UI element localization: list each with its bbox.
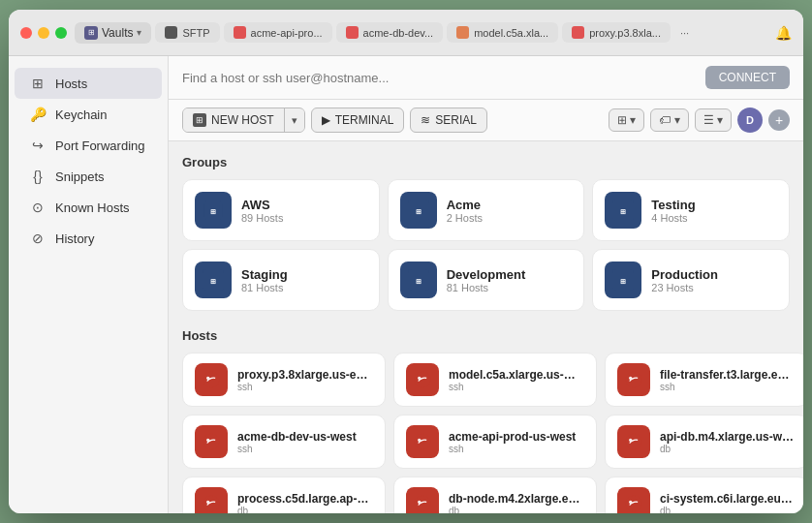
host-card-proxy-p38[interactable]: proxy.p3.8xlarge.us-east-1 ssh bbox=[182, 353, 386, 407]
host-icon-ci-system-c6i bbox=[617, 487, 650, 513]
svg-point-13 bbox=[206, 377, 209, 380]
sidebar-item-snippets[interactable]: {} Snippets bbox=[15, 161, 162, 192]
host-card-db-node-m42[interactable]: db-node.m4.2xlarge.eu-n... db bbox=[393, 477, 597, 513]
minimize-button[interactable] bbox=[38, 27, 49, 39]
sidebar-portfwd-label: Port Forwarding bbox=[55, 138, 144, 153]
sidebar-item-known-hosts[interactable]: ⊙ Known Hosts bbox=[15, 192, 162, 223]
serial-button[interactable]: ≋ SERIAL bbox=[410, 108, 487, 133]
host-card-file-transfer[interactable]: file-transfer.t3.large.eu-w... ssh bbox=[605, 353, 803, 407]
group-info-aws: AWS 89 Hosts bbox=[241, 198, 283, 224]
svg-point-23 bbox=[629, 439, 632, 442]
sftp-icon bbox=[165, 26, 177, 39]
host-name-ci-system-c6i: ci-system.c6i.large.eu-no... bbox=[660, 492, 796, 506]
sidebar-item-port-forwarding[interactable]: ↪ Port Forwarding bbox=[15, 130, 162, 161]
close-button[interactable] bbox=[20, 27, 32, 39]
notifications-icon[interactable]: 🔔 bbox=[775, 25, 792, 41]
sidebar-item-history[interactable]: ⊘ History bbox=[15, 223, 162, 254]
host-card-acme-api-prod[interactable]: acme-api-prod-us-west ssh bbox=[393, 415, 597, 469]
svg-point-15 bbox=[418, 377, 421, 380]
group-info-production: Production 23 Hosts bbox=[651, 267, 718, 293]
svg-text:⊞: ⊞ bbox=[416, 207, 422, 216]
group-count-testing: 4 Hosts bbox=[651, 212, 695, 224]
group-icon-testing: ⊞ bbox=[605, 192, 641, 229]
host-info-process-c5d: process.c5d.large.ap-sout... db bbox=[237, 492, 373, 514]
history-icon: ⊘ bbox=[30, 231, 46, 246]
scroll-area[interactable]: Groups ⊞ AWS 89 Hosts bbox=[169, 141, 803, 513]
new-host-dropdown-arrow[interactable]: ▾ bbox=[285, 109, 304, 132]
tab-acme-db-label: acme-db-dev... bbox=[363, 27, 434, 39]
tab-sftp[interactable]: SFTP bbox=[155, 22, 219, 43]
view-toggle-button[interactable]: ⊞ ▾ bbox=[609, 108, 644, 132]
connect-button[interactable]: CONNECT bbox=[705, 66, 790, 89]
group-card-aws[interactable]: ⊞ AWS 89 Hosts bbox=[182, 179, 380, 241]
sidebar-item-keychain[interactable]: 🔑 Keychain bbox=[15, 99, 162, 130]
group-icon-aws: ⊞ bbox=[195, 192, 232, 229]
svg-point-16 bbox=[626, 372, 642, 388]
svg-point-17 bbox=[629, 377, 632, 380]
maximize-button[interactable] bbox=[55, 27, 67, 39]
traffic-lights bbox=[20, 27, 67, 39]
column-toggle-button[interactable]: ☰ ▾ bbox=[695, 108, 732, 132]
svg-text:⊞: ⊞ bbox=[210, 277, 216, 286]
svg-point-12 bbox=[203, 372, 220, 388]
host-card-acme-db-dev[interactable]: acme-db-dev-us-west ssh bbox=[182, 415, 386, 469]
svg-point-19 bbox=[206, 439, 209, 442]
group-card-staging[interactable]: ⊞ Staging 81 Hosts bbox=[182, 249, 380, 311]
host-card-api-db-m4[interactable]: api-db.m4.xlarge.us-west-1 db bbox=[605, 415, 803, 469]
host-icon-db-node-m42 bbox=[406, 487, 439, 513]
group-icon-acme: ⊞ bbox=[400, 192, 437, 229]
group-name-aws: AWS bbox=[241, 198, 283, 212]
tab-proxy-p38[interactable]: proxy.p3.8xla... bbox=[562, 22, 671, 43]
avatar[interactable]: D bbox=[737, 108, 763, 133]
host-card-ci-system-c6i[interactable]: ci-system.c6i.large.eu-no... db bbox=[605, 477, 803, 513]
main-window: ⊞ Vaults ▾ SFTP acme-api-pro... acme-db-… bbox=[9, 10, 803, 513]
group-info-testing: Testing 4 Hosts bbox=[651, 198, 695, 224]
group-icon-development: ⊞ bbox=[400, 262, 437, 298]
vaults-icon: ⊞ bbox=[84, 26, 98, 40]
host-icon-process-c5d bbox=[195, 487, 228, 513]
search-input[interactable] bbox=[182, 71, 698, 85]
new-host-icon: ⊞ bbox=[193, 113, 206, 127]
groups-section-label: Groups bbox=[182, 155, 790, 169]
new-host-button-group[interactable]: ⊞ NEW HOST ▾ bbox=[182, 108, 305, 133]
group-count-staging: 81 Hosts bbox=[241, 282, 288, 293]
group-card-development[interactable]: ⊞ Development 81 Hosts bbox=[388, 249, 585, 311]
host-name-acme-db-dev: acme-db-dev-us-west bbox=[237, 430, 357, 444]
tab-acme-db-dev[interactable]: acme-db-dev... bbox=[336, 22, 444, 43]
tab-model-c5a[interactable]: model.c5a.xla... bbox=[447, 22, 558, 43]
terminal-button[interactable]: ▶ TERMINAL bbox=[311, 108, 405, 133]
tab-vaults[interactable]: ⊞ Vaults ▾ bbox=[75, 22, 151, 44]
sidebar-history-label: History bbox=[55, 231, 94, 246]
group-card-acme[interactable]: ⊞ Acme 2 Hosts bbox=[388, 179, 585, 241]
group-name-staging: Staging bbox=[241, 267, 288, 282]
terminal-label: TERMINAL bbox=[335, 113, 394, 127]
proxy-icon bbox=[572, 26, 584, 39]
host-info-api-db-m4: api-db.m4.xlarge.us-west-1 db bbox=[660, 430, 796, 454]
svg-text:⊞: ⊞ bbox=[416, 277, 422, 286]
add-button[interactable]: + bbox=[768, 109, 790, 131]
group-info-staging: Staging 81 Hosts bbox=[241, 267, 288, 293]
host-card-model-c5a[interactable]: model.c5a.xlarge.us-west-2 ssh bbox=[393, 353, 597, 407]
host-info-proxy-p38: proxy.p3.8xlarge.us-east-1 ssh bbox=[237, 368, 373, 392]
host-info-model-c5a: model.c5a.xlarge.us-west-2 ssh bbox=[449, 368, 584, 392]
host-card-process-c5d[interactable]: process.c5d.large.ap-sout... db bbox=[182, 477, 386, 513]
host-name-api-db-m4: api-db.m4.xlarge.us-west-1 bbox=[660, 430, 796, 444]
svg-point-26 bbox=[415, 496, 431, 512]
svg-point-18 bbox=[203, 434, 220, 450]
host-icon-acme-api-prod bbox=[406, 425, 439, 458]
group-card-production[interactable]: ⊞ Production 23 Hosts bbox=[592, 249, 790, 311]
host-name-process-c5d: process.c5d.large.ap-sout... bbox=[237, 492, 373, 506]
svg-point-29 bbox=[629, 501, 632, 504]
tab-acme-api-pro[interactable]: acme-api-pro... bbox=[224, 22, 332, 43]
new-host-main[interactable]: ⊞ NEW HOST bbox=[183, 108, 285, 132]
tab-bar: ⊞ Vaults ▾ SFTP acme-api-pro... acme-db-… bbox=[75, 22, 767, 44]
host-type-acme-db-dev: ssh bbox=[237, 444, 357, 454]
group-card-testing[interactable]: ⊞ Testing 4 Hosts bbox=[592, 179, 790, 241]
more-tabs-button[interactable]: ··· bbox=[674, 23, 695, 43]
sidebar-item-hosts[interactable]: ⊞ Hosts bbox=[15, 68, 162, 99]
tag-filter-button[interactable]: 🏷 ▾ bbox=[650, 108, 688, 132]
host-type-db-node-m42: db bbox=[449, 506, 584, 514]
host-name-file-transfer: file-transfer.t3.large.eu-w... bbox=[660, 368, 796, 382]
svg-point-25 bbox=[206, 501, 209, 504]
host-type-process-c5d: db bbox=[237, 506, 373, 514]
